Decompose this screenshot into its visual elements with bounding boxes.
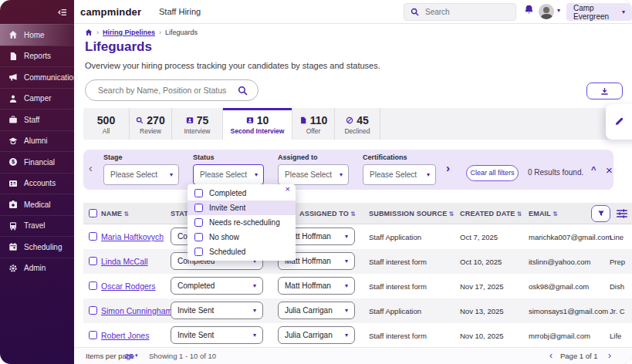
download-button[interactable] — [586, 83, 623, 99]
option-label: Scheduled — [209, 248, 245, 256]
tab-label: Declined — [344, 127, 370, 135]
row-checkbox[interactable] — [89, 232, 97, 241]
column-header-name[interactable]: NAME⇅ — [101, 210, 129, 217]
close-dropdown-icon[interactable]: × — [286, 184, 290, 194]
column-settings-icon[interactable] — [616, 207, 628, 220]
caret-down-icon: ▾ — [255, 165, 258, 184]
sidebar-item-alumni[interactable]: Alumni — [0, 130, 74, 152]
items-per-page-select[interactable]: 25 — [125, 352, 133, 360]
option-checkbox[interactable] — [194, 218, 203, 227]
row-checkbox[interactable] — [89, 306, 97, 315]
filter-label: Assigned to — [278, 153, 349, 161]
sidebar-item-accounts[interactable]: Accounts — [0, 173, 74, 194]
row-checkbox[interactable] — [89, 281, 97, 290]
table-row: Oscar Rodgers Completed▾ Matt Hoffman▾ S… — [83, 274, 632, 298]
candidate-name-link[interactable]: Robert Jones — [101, 331, 149, 340]
sidebar-item-medical[interactable]: Medical — [0, 194, 74, 215]
table-row: Linda McCall Completed▾ Matt Hoffman▾ St… — [83, 249, 632, 274]
candidate-name-link[interactable]: Maria Haftkovych — [101, 232, 164, 241]
dropdown-option-needs-re-scheduling[interactable]: Needs re-scheduling — [188, 215, 296, 230]
caret-down-icon: ▾ — [345, 228, 348, 244]
candidate-name-link[interactable]: Oscar Rodgers — [101, 281, 156, 291]
option-checkbox[interactable] — [194, 189, 203, 197]
tab-second-interview[interactable]: 10 Second Interview — [223, 108, 292, 140]
row-status-select[interactable]: Invite Sent▾ — [171, 326, 263, 344]
status-select[interactable]: Please Select ▾ — [193, 164, 264, 185]
row-assigned-select[interactable]: Julia Carrigan▾ — [278, 326, 355, 344]
sidebar-item-travel[interactable]: Travel — [0, 215, 74, 237]
tab-all[interactable]: 500 All — [83, 108, 130, 140]
stage-select[interactable]: Please Select ▾ — [103, 164, 179, 185]
sidebar-item-staff[interactable]: Staff — [0, 109, 74, 130]
assigned-to-select[interactable]: Please Select ▾ — [278, 164, 349, 185]
column-header-submission-source[interactable]: SUBMISSION SOURCE⇅ — [369, 210, 454, 217]
sidebar-item-financial[interactable]: $ Financial — [0, 151, 74, 173]
global-search[interactable] — [404, 3, 516, 21]
graduation-cap-icon — [8, 136, 18, 146]
option-checkbox[interactable] — [194, 204, 203, 212]
breadcrumb-link-hiring-pipelines[interactable]: Hiring Pipelines — [103, 29, 155, 36]
gear-icon — [8, 264, 18, 273]
select-all-checkbox[interactable] — [89, 209, 97, 217]
items-per-page-caret-icon[interactable]: ▾ — [135, 352, 138, 359]
sidebar-item-home[interactable]: Home — [0, 24, 74, 46]
pipeline-search-input[interactable] — [96, 81, 232, 99]
filters-scroll-left-icon[interactable]: ‹ — [89, 162, 93, 174]
dropdown-option-no-show[interactable]: No show — [188, 230, 296, 244]
notifications-bell-icon[interactable] — [524, 5, 534, 17]
sidebar-item-label: Communication — [24, 73, 77, 82]
next-page-icon[interactable]: › — [608, 350, 611, 361]
collapse-filters-icon[interactable]: ^ — [591, 165, 596, 174]
org-selector[interactable]: Camp Evergreen ▾ — [566, 3, 632, 21]
row-assigned-select[interactable]: Matt Hoffman▾ — [278, 277, 355, 295]
global-search-input[interactable] — [424, 4, 512, 20]
option-checkbox[interactable] — [194, 233, 203, 241]
breadcrumb-home-icon[interactable] — [85, 29, 93, 36]
option-checkbox[interactable] — [194, 248, 203, 256]
id-card-icon — [8, 179, 18, 188]
tab-label: Review — [140, 127, 161, 135]
pipeline-search[interactable] — [85, 79, 259, 101]
row-status-select[interactable]: Completed▾ — [171, 277, 263, 295]
row-checkbox[interactable] — [89, 257, 97, 265]
sidebar-item-admin[interactable]: Admin — [0, 258, 74, 279]
caret-down-icon: ▾ — [345, 253, 348, 269]
dropdown-option-scheduled[interactable]: Scheduled — [188, 244, 296, 259]
column-header-assigned-to[interactable]: ASSIGNED TO⇅ — [299, 210, 356, 217]
tab-review[interactable]: 270 Review — [130, 108, 172, 140]
tab-interview[interactable]: 75 Interview — [172, 108, 223, 140]
filters-scroll-right-icon[interactable]: › — [446, 161, 450, 174]
dropdown-option-invite-sent[interactable]: Invite Sent — [188, 201, 296, 215]
filter-funnel-button[interactable] — [591, 205, 610, 222]
column-header-email[interactable]: EMAIL⇅ — [529, 210, 558, 217]
sidebar-item-reports[interactable]: Reports — [0, 46, 74, 67]
row-assigned-select[interactable]: Julia Carrigan▾ — [278, 302, 355, 319]
caret-down-icon: ▾ — [345, 278, 348, 294]
pencil-icon[interactable] — [614, 116, 624, 126]
dropdown-option-completed[interactable]: Completed — [188, 186, 296, 201]
clear-all-filters-button[interactable]: Clear all filters — [466, 165, 519, 181]
breadcrumb-separator: › — [96, 29, 99, 36]
org-caret-down-icon: ▾ — [622, 8, 625, 15]
tab-offer[interactable]: 110 Offer — [292, 108, 335, 140]
submission-source-cell: Staff interest form — [369, 282, 427, 291]
candidate-name-link[interactable]: Linda McCall — [101, 257, 148, 266]
row-checkbox[interactable] — [89, 331, 97, 339]
avatar-caret-down-icon[interactable]: ▾ — [557, 7, 560, 14]
candidate-name-link[interactable]: Simon Cunningham — [101, 306, 172, 315]
filter-assigned-to: Assigned to Please Select ▾ — [278, 153, 349, 185]
row-status-select[interactable]: Invite Sent▾ — [171, 302, 263, 319]
column-header-created-date[interactable]: CREATED DATE⇅ — [460, 210, 522, 217]
collapse-sidebar-icon[interactable] — [58, 8, 67, 17]
user-avatar[interactable] — [539, 4, 554, 19]
sidebar-item-camper[interactable]: Camper — [0, 88, 74, 110]
tab-declined[interactable]: 45 Declined — [335, 108, 380, 140]
certifications-select[interactable]: Please Select ▾ — [363, 164, 436, 185]
caret-down-icon: ▾ — [253, 327, 256, 343]
filter-label: Status — [193, 153, 264, 161]
sidebar-nav: Home Reports Communication Camper Staff … — [0, 24, 74, 278]
sidebar-item-scheduling[interactable]: Scheduling — [0, 236, 74, 258]
previous-page-icon[interactable]: ‹ — [549, 350, 553, 361]
sidebar-item-communication[interactable]: Communication — [0, 66, 74, 88]
close-filters-icon[interactable]: × — [606, 163, 613, 177]
